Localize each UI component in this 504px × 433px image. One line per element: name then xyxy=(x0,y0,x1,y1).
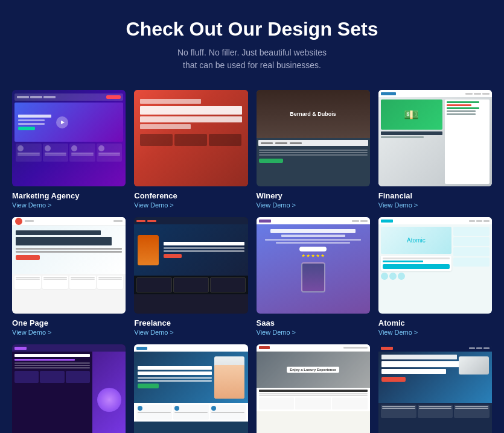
thumb-freelance xyxy=(134,217,247,314)
card-one-page[interactable]: One Page View Demo > xyxy=(12,217,126,336)
design-sets-grid: Marketing Agency View Demo > xyxy=(12,90,492,433)
thumb-marketing-agency xyxy=(12,90,126,186)
mock-op-logo xyxy=(15,218,22,225)
mock-star xyxy=(302,254,305,258)
mock-speaker xyxy=(174,134,207,146)
mock-right-fin xyxy=(445,100,490,184)
mock-line xyxy=(259,150,368,151)
mock-h2 xyxy=(18,119,45,121)
mock-hero-fin: 💵 xyxy=(378,97,492,186)
card-financial[interactable]: 💵 Financial View Demo > xyxy=(378,90,492,209)
mock-op-nav xyxy=(25,220,34,222)
card-link-one-page[interactable]: View Demo > xyxy=(12,329,126,336)
mock-small-line xyxy=(381,136,424,138)
card-title-financial: Financial xyxy=(378,191,492,200)
thumb-dentist xyxy=(134,344,247,433)
mock-bnb-hero: Enjoy a Luxury Experience xyxy=(257,352,370,388)
mock-at-sidebar xyxy=(453,227,490,267)
card-title-saas: Saas xyxy=(257,318,370,327)
mock-fl-card2-line xyxy=(455,406,488,407)
mock-fl-card2 xyxy=(381,405,416,418)
mock-btn xyxy=(18,127,35,130)
card-link-marketing[interactable]: View Demo > xyxy=(12,201,126,209)
mock-fl-nav2-item xyxy=(469,347,475,349)
mock-bnb-overlay: Enjoy a Luxury Experience xyxy=(257,352,370,388)
mock-op-nav xyxy=(113,220,123,222)
mock-feature-line xyxy=(18,154,40,156)
mock-fl-nav xyxy=(136,220,145,222)
mock-avatar xyxy=(138,235,159,265)
mock-hy-left xyxy=(12,352,92,433)
mock-saas-nav xyxy=(352,220,368,222)
mock-fl-card xyxy=(136,277,172,292)
mock-h2 xyxy=(18,123,45,125)
mock-hy-feat xyxy=(66,371,90,383)
card-bed-n-breakfast[interactable]: Enjoy a Luxury Experience xyxy=(257,344,370,433)
mock-bnb-section xyxy=(259,390,368,409)
card-title-winery: Winery xyxy=(257,191,370,200)
mock-de-person xyxy=(214,365,244,399)
mock-saas-p xyxy=(265,239,361,241)
mock-de-card xyxy=(173,405,209,420)
card-title-conference: Conference xyxy=(134,191,247,200)
card-link-financial[interactable]: View Demo > xyxy=(378,201,492,209)
card-dentist[interactable]: Dentist View Demo > xyxy=(134,344,247,433)
card-link-saas[interactable]: View Demo > xyxy=(257,329,370,336)
mock-fl-card2 xyxy=(454,405,490,418)
mock-feature xyxy=(16,144,42,162)
mock-fl-card2 xyxy=(418,405,453,418)
mock-op-hero xyxy=(12,226,126,274)
thumb-financial: 💵 xyxy=(378,90,492,186)
mock-features2 xyxy=(12,274,126,291)
mock-fin-nav-item xyxy=(474,93,481,95)
card-conference[interactable]: Conference View Demo > xyxy=(134,90,247,209)
card-link-freelance[interactable]: View Demo > xyxy=(134,329,247,336)
mock-at-btn xyxy=(383,264,450,269)
mock-at-hero-img: Atomic xyxy=(381,227,451,254)
card-saas[interactable]: Saas View Demo > xyxy=(257,217,370,336)
mock-hy-right xyxy=(92,352,126,433)
mock-fl-nav2-item xyxy=(483,347,490,349)
mock-play xyxy=(56,116,68,128)
mock-features xyxy=(14,144,123,162)
mock-saas-h xyxy=(270,229,356,233)
mock-de-bottom xyxy=(134,403,247,422)
mock-left-fin: 💵 xyxy=(381,100,442,184)
card-link-atomic[interactable]: View Demo > xyxy=(378,329,492,336)
mock-at-nav-item xyxy=(469,220,475,222)
mock-feat2-line xyxy=(98,279,123,280)
mock-de-hero xyxy=(134,352,247,403)
mock-at-accent xyxy=(383,261,423,262)
mock-feature-icon xyxy=(45,145,51,151)
mock-fl-teach xyxy=(381,355,457,359)
mock-op-header xyxy=(12,217,126,226)
page-subtitle: No fluff. No filler. Just beautiful webs… xyxy=(12,46,492,72)
mock-nav-dot xyxy=(43,96,56,98)
mock-nav-dot xyxy=(30,96,42,98)
card-flight-school[interactable]: Flight School View Demo > xyxy=(378,344,492,433)
mock-fin-nav-item xyxy=(482,93,490,95)
mock-hy-features xyxy=(14,371,90,383)
card-marketing-agency[interactable]: Marketing Agency View Demo > xyxy=(12,90,126,209)
mock-fl-logo2 xyxy=(381,347,393,350)
mock-star xyxy=(316,254,320,258)
mock-at-sb-item xyxy=(453,227,490,236)
page-header: Check Out Our Design Sets No fluff. No f… xyxy=(12,18,492,72)
mock-at-left: Atomic xyxy=(381,227,451,280)
card-link-conference[interactable]: View Demo > xyxy=(134,201,247,209)
mock-speakers xyxy=(140,134,241,146)
mock-de-card-line xyxy=(174,412,208,413)
mock-stat-line2 xyxy=(447,104,471,106)
mock-sub xyxy=(16,248,122,250)
card-winery[interactable]: Bernard & Dubois Winery View Demo > xyxy=(257,90,370,209)
card-atomic[interactable]: Atomic xyxy=(378,217,492,336)
card-freelance[interactable]: Freelance View Demo > xyxy=(134,217,247,336)
mock-star xyxy=(321,254,325,258)
thumb-onepage xyxy=(12,217,126,314)
card-link-winery[interactable]: View Demo > xyxy=(257,201,370,209)
mock-at-nav xyxy=(469,220,490,222)
mock-de-card xyxy=(136,405,172,420)
card-hyperion[interactable]: Hyperion View Demo > xyxy=(12,344,126,433)
page-container: Check Out Our Design Sets No fluff. No f… xyxy=(0,0,504,433)
mock-money: 💵 xyxy=(381,100,442,130)
